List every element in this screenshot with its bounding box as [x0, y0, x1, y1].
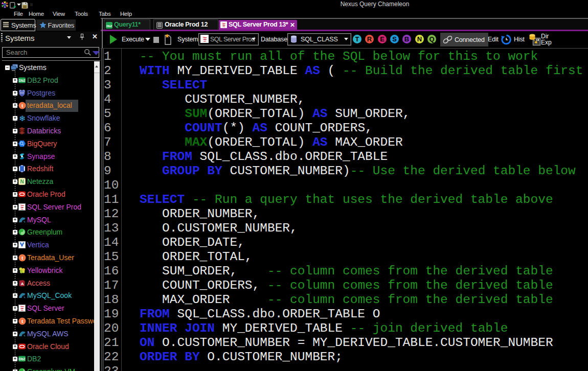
- svg-text:Db2: Db2: [19, 79, 26, 82]
- svg-text:❄: ❄: [19, 114, 26, 122]
- svg-text:N: N: [20, 179, 24, 184]
- svg-text:Db2: Db2: [19, 357, 26, 361]
- svg-text:Db2: Db2: [106, 25, 112, 28]
- svg-text:A: A: [21, 282, 24, 286]
